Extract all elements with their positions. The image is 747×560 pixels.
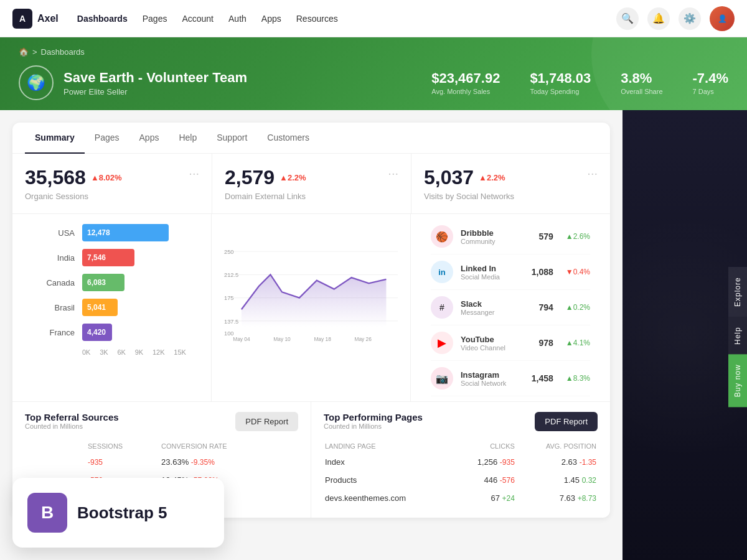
youtube-name: YouTube <box>461 335 531 344</box>
domain-links-value: 2,579 ▲2.2% <box>225 166 306 189</box>
instagram-icon: 📷 <box>431 367 453 390</box>
social-item-instagram: 📷 Instagram Social Network 1,458 ▲8.3% <box>431 361 590 396</box>
hero-subtitle: Power Elite Seller <box>63 87 247 96</box>
referral-pdf-btn[interactable]: PDF Report <box>235 412 298 431</box>
pages-titles: Top Performing Pages Counted in Millions <box>324 412 423 430</box>
hero-section: 🏠 > Dashboards 🌍 Save Earth - Volunteer … <box>0 37 747 110</box>
organic-more-btn[interactable]: ··· <box>189 166 199 201</box>
top-pages-section: Top Performing Pages Counted in Millions… <box>311 402 610 518</box>
referral-sessions-1: -935 <box>88 454 160 470</box>
nav-resources[interactable]: Resources <box>296 14 338 24</box>
linkedin-type: Social Media <box>461 273 524 281</box>
bar-chart: USA 12,478 India 7,546 Canad <box>25 224 199 368</box>
nav-apps[interactable]: Apps <box>261 14 281 24</box>
referral-title: Top Referral Sources <box>25 412 119 422</box>
tab-customers[interactable]: Customers <box>257 123 319 154</box>
line-chart-svg: 250 212.5 175 137.5 100 <box>224 224 398 348</box>
tab-support[interactable]: Support <box>207 123 257 154</box>
explore-btn[interactable]: Explore <box>728 267 747 317</box>
bar-brasil: 5,041 <box>82 299 186 316</box>
social-more-btn[interactable]: ··· <box>587 166 598 201</box>
bar-france: 4,420 <box>82 324 186 341</box>
bar-row-india: India 7,546 <box>37 249 186 266</box>
dribbble-value: 579 <box>538 231 553 241</box>
avatar-image: 👤 <box>710 6 735 31</box>
organic-sessions-label: Organic Sessions <box>25 192 122 201</box>
hero-stat-1-value: $23,467.92 <box>431 70 500 86</box>
pages-subtitle: Counted in Millions <box>324 422 423 430</box>
domain-links-change: ▲2.2% <box>280 173 306 182</box>
brand[interactable]: A Axel <box>12 9 59 29</box>
bar-india: 7,546 <box>82 249 186 266</box>
bar-canada: 6,083 <box>82 274 186 291</box>
page-clicks-1: 1,256 -935 <box>455 454 515 470</box>
linkedin-icon: in <box>431 261 453 283</box>
bar-row-usa: USA 12,478 <box>37 224 186 241</box>
svg-text:May 04: May 04 <box>233 336 250 342</box>
bar-label-brasil: Brasil <box>37 303 75 312</box>
pages-table-body: Index 1,256 -935 2.63 -1.35 Products 446… <box>325 454 596 506</box>
search-icon[interactable]: 🔍 <box>616 7 639 30</box>
youtube-type: Video Channel <box>461 344 531 352</box>
navbar: A Axel Dashboards Pages Account Auth App… <box>0 0 747 37</box>
nav-right: 🔍 🔔 ⚙️ 👤 <box>616 6 735 31</box>
home-icon[interactable]: 🏠 <box>19 47 29 57</box>
referral-rate-1: 23.63% -9.35% <box>161 454 297 470</box>
youtube-info: YouTube Video Channel <box>461 335 531 352</box>
bootstrap-text: Bootstrap 5 <box>77 503 167 523</box>
notifications-icon[interactable]: 🔔 <box>647 7 670 30</box>
hero-stat-4-value: -7.4% <box>693 70 728 86</box>
bar-brasil-fill: 5,041 <box>82 299 118 316</box>
slack-type: Messanger <box>461 309 531 316</box>
youtube-change: ▲4.1% <box>566 338 590 347</box>
nav-account[interactable]: Account <box>182 14 214 24</box>
tab-summary[interactable]: Summary <box>25 123 85 154</box>
slack-name: Slack <box>461 299 531 309</box>
referral-col-source <box>26 440 87 452</box>
svg-text:May 18: May 18 <box>314 336 331 342</box>
bar-row-france: France 4,420 <box>37 324 186 341</box>
pages-table: LANDING PAGE CLICKS AVG. POSITION Index … <box>324 439 598 508</box>
nav-dashboards[interactable]: Dashboards <box>77 14 128 24</box>
tab-apps[interactable]: Apps <box>129 123 169 154</box>
pages-pdf-btn[interactable]: PDF Report <box>535 412 598 431</box>
hero-stat-3-label: Overall Share <box>621 88 662 95</box>
referral-source-1 <box>26 454 87 470</box>
page-clicks-2: 446 -576 <box>455 472 515 488</box>
youtube-icon: ▶ <box>431 332 453 354</box>
svg-text:175: 175 <box>224 295 234 301</box>
hero-stat-2-value: $1,748.03 <box>530 70 591 86</box>
settings-icon[interactable]: ⚙️ <box>679 7 701 30</box>
nav-pages[interactable]: Pages <box>143 14 167 24</box>
hero-stat-1-label: Avg. Monthly Sales <box>431 88 500 95</box>
social-visits-block: 5,037 ▲2.2% Visits by Social Networks ··… <box>411 154 610 213</box>
referral-header-row: SESSIONS CONVERSION RATE <box>26 440 297 452</box>
social-list: 🏀 Dribbble Community 579 ▲2.6% in <box>421 219 600 396</box>
help-btn[interactable]: Help <box>728 317 747 355</box>
nav-auth[interactable]: Auth <box>228 14 247 24</box>
charts-row: USA 12,478 India 7,546 Canad <box>12 214 610 402</box>
hero-icon: 🌍 <box>19 65 54 100</box>
tab-pages[interactable]: Pages <box>85 123 129 154</box>
breadcrumb: 🏠 > Dashboards <box>19 47 728 57</box>
hero-stat-3: 3.8% Overall Share <box>621 70 662 95</box>
organic-sessions-value: 35,568 ▲8.02% <box>25 166 122 189</box>
page-pos-1: 2.63 -1.35 <box>516 454 596 470</box>
slack-change: ▲0.2% <box>566 303 590 312</box>
buy-now-btn[interactable]: Buy now <box>728 355 747 408</box>
tab-help[interactable]: Help <box>169 123 207 154</box>
avatar[interactable]: 👤 <box>710 6 735 31</box>
brand-logo: A <box>12 9 32 29</box>
domain-more-btn[interactable]: ··· <box>388 166 398 201</box>
main-card: Summary Pages Apps Help Support Customer… <box>12 123 610 518</box>
bar-axis: 0K 3K 6K 9K 12K 15K <box>37 348 186 356</box>
youtube-value: 978 <box>538 338 553 348</box>
hero-stat-3-value: 3.8% <box>621 70 662 86</box>
hero-stat-4-label: 7 Days <box>693 88 728 95</box>
page-name-3: devs.keenthemes.com <box>325 490 454 506</box>
nav-links: Dashboards Pages Account Auth Apps Resou… <box>77 14 616 24</box>
bar-label-france: France <box>37 328 75 337</box>
pages-col-pos: AVG. POSITION <box>516 440 596 452</box>
svg-text:100: 100 <box>224 330 234 337</box>
social-item-linkedin: in Linked In Social Media 1,088 ▼0.4% <box>431 254 590 290</box>
